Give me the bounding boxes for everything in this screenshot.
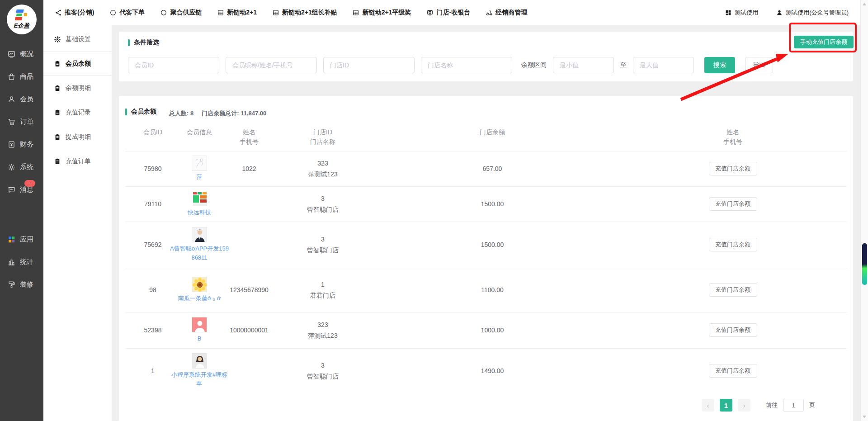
topnav-item-3[interactable]: 新链动2+1 <box>217 9 257 17</box>
recharge-store-balance-button[interactable]: 充值门店余额 <box>709 238 757 251</box>
sidebar-bottom-item-1[interactable]: 统计 <box>0 251 43 273</box>
max-balance-input[interactable] <box>633 57 694 73</box>
sidebar-spacer <box>0 201 43 228</box>
table-row: 75980 萍 1022 323萍测试123 657.00 充值门店余额 <box>125 151 847 186</box>
clipboard-icon <box>53 133 61 141</box>
topnav-item-5[interactable]: 新链动2+1平级奖 <box>352 9 411 17</box>
submenu-item-3[interactable]: 充值记录 <box>43 100 112 125</box>
scrollbar-down-icon[interactable] <box>863 416 866 418</box>
topnav-item-2[interactable]: 聚合供应链 <box>160 9 202 17</box>
topnav-item-label: 新链动2+1平级奖 <box>363 9 411 17</box>
member-name-link[interactable]: 南瓜一条藤ớ ₃ ớ <box>178 294 221 303</box>
scrollbar-thumb[interactable] <box>862 243 867 285</box>
store-name-input[interactable] <box>421 57 512 73</box>
phone-cell: 10000000001 <box>218 326 280 334</box>
search-button[interactable]: 搜索 <box>704 57 735 73</box>
min-balance-input[interactable] <box>553 57 614 73</box>
store-id-input[interactable] <box>323 57 415 73</box>
topnav-item-1[interactable]: 代客下单 <box>109 9 145 17</box>
share-icon <box>54 9 62 17</box>
sketch-avatar <box>192 156 207 171</box>
next-page-button[interactable]: › <box>738 399 750 412</box>
submenu-item-4[interactable]: 提成明细 <box>43 125 112 149</box>
manual-recharge-button[interactable]: 手动充值门店余额 <box>794 36 854 48</box>
circle-icon <box>109 9 117 17</box>
apps-color-icon <box>7 235 16 244</box>
stats-icon <box>7 257 16 266</box>
poster-avatar <box>192 191 207 206</box>
submenu-item-5[interactable]: 充值订单 <box>43 149 112 174</box>
circle-icon <box>160 9 167 17</box>
topnav-item-6[interactable]: 门店-收银台 <box>426 9 471 17</box>
filter-title-text: 条件筛选 <box>134 38 159 47</box>
pagination: ‹ 1 › 前往 页 <box>702 399 815 412</box>
phone-cell: 12345678990 <box>218 286 280 293</box>
recharge-store-balance-button[interactable]: 充值门店余额 <box>709 323 757 337</box>
member-name-link[interactable]: 萍 <box>197 173 203 182</box>
topnav-item-0[interactable]: 推客(分销) <box>54 9 94 17</box>
order-icon <box>7 117 16 126</box>
member-name-link[interactable]: A曾智聪ơAPP开发15986811 <box>170 244 229 262</box>
sidebar-item-1[interactable]: 商品 <box>0 65 43 88</box>
member-id-input[interactable] <box>128 57 219 73</box>
system-icon <box>7 162 16 171</box>
member-name-link[interactable]: 快远科技 <box>188 208 211 217</box>
table-row: 1 小程序系统开发#哩标苹 3曾智聪门店 1490.00 充值门店余额 <box>125 348 847 388</box>
store-cell: 323萍测试123 <box>280 158 366 180</box>
app-logo[interactable]: E企盈 <box>7 5 37 34</box>
topnav-item-label: 新链动2+1组长补贴 <box>282 9 337 17</box>
member-nickname-input[interactable] <box>226 57 317 73</box>
clipboard-icon <box>53 158 61 166</box>
balance-cell: 1490.00 <box>366 367 619 374</box>
sidebar-item-6[interactable]: 消息... <box>0 178 43 201</box>
scrollbar-up-icon[interactable] <box>863 3 866 5</box>
sidebar-main-nav: 概况商品会员订单财务系统消息... <box>0 43 43 201</box>
sidebar-item-4[interactable]: 财务 <box>0 133 43 156</box>
topbar-user-item-1[interactable]: 测试使用(公众号管理员) <box>775 9 849 17</box>
topnav-item-label: 代客下单 <box>119 9 145 17</box>
sidebar-item-0[interactable]: 概况 <box>0 43 43 65</box>
member-name-link[interactable]: 小程序系统开发#哩标苹 <box>170 370 229 388</box>
submenu-sidebar: 基础设置会员余额余额明细充值记录提成明细充值订单 <box>43 25 112 421</box>
table-section-title: 会员余额 <box>125 108 156 116</box>
recharge-store-balance-button[interactable]: 充值门店余额 <box>709 162 757 175</box>
goto-page-input[interactable] <box>783 399 804 412</box>
topnav-item-label: 推客(分销) <box>65 9 94 17</box>
overview-icon <box>7 49 16 58</box>
submenu-item-1[interactable]: 会员余额 <box>43 52 112 76</box>
submenu-item-label: 充值订单 <box>66 157 91 166</box>
sidebar-item-2[interactable]: 会员 <box>0 88 43 110</box>
recharge-store-balance-button[interactable]: 充值门店余额 <box>709 364 757 378</box>
table-row: 75692 A曾智聪ơAPP开发15986811 3曾智聪门店 1500.00 … <box>125 222 847 268</box>
prev-page-button[interactable]: ‹ <box>702 399 714 412</box>
monitor-icon <box>426 9 434 17</box>
page-1-button[interactable]: 1 <box>720 399 732 412</box>
member-name-link[interactable]: B <box>198 334 202 343</box>
submenu-item-2[interactable]: 余额明细 <box>43 76 112 100</box>
recharge-store-balance-button[interactable]: 充值门店余额 <box>709 283 757 297</box>
member-info-cell: 快远科技 <box>170 191 229 217</box>
sidebar-item-5[interactable]: 系统 <box>0 156 43 178</box>
range-to-label: 至 <box>620 61 627 69</box>
topnav-item-4[interactable]: 新链动2+1组长补贴 <box>272 9 337 17</box>
column-header-2: 姓名手机号 <box>218 128 280 147</box>
user-icon <box>775 9 783 17</box>
main-content: 条件筛选 余额区间 至 搜索 导出 会员余额 总人数: 8 <box>112 25 860 421</box>
balance-cell: 1000.00 <box>366 326 619 334</box>
submenu-item-label: 基础设置 <box>66 35 91 43</box>
sidebar-item-3[interactable]: 订单 <box>0 110 43 133</box>
scrollbar[interactable] <box>860 0 868 421</box>
recharge-store-balance-button[interactable]: 充值门店余额 <box>709 197 757 211</box>
topnav-item-7[interactable]: 经销商管理 <box>485 9 527 17</box>
total-count: 总人数: 8 <box>169 109 193 118</box>
action-cell: 充值门店余额 <box>619 364 847 378</box>
export-button[interactable]: 导出 <box>745 57 773 73</box>
column-header-3: 门店ID门店名称 <box>280 128 366 147</box>
table-header-row: 会员ID会员信息姓名手机号门店ID门店名称门店余额姓名手机号 <box>125 128 847 151</box>
clipboard-icon <box>53 109 61 117</box>
submenu-item-0[interactable]: 基础设置 <box>43 27 112 52</box>
sidebar-bottom-item-0[interactable]: 应用 <box>0 228 43 251</box>
member-info-cell: 小程序系统开发#哩标苹 <box>170 353 229 388</box>
topbar-user-item-0[interactable]: 测试使用 <box>724 9 758 17</box>
sidebar-bottom-item-2[interactable]: 装修 <box>0 273 43 296</box>
